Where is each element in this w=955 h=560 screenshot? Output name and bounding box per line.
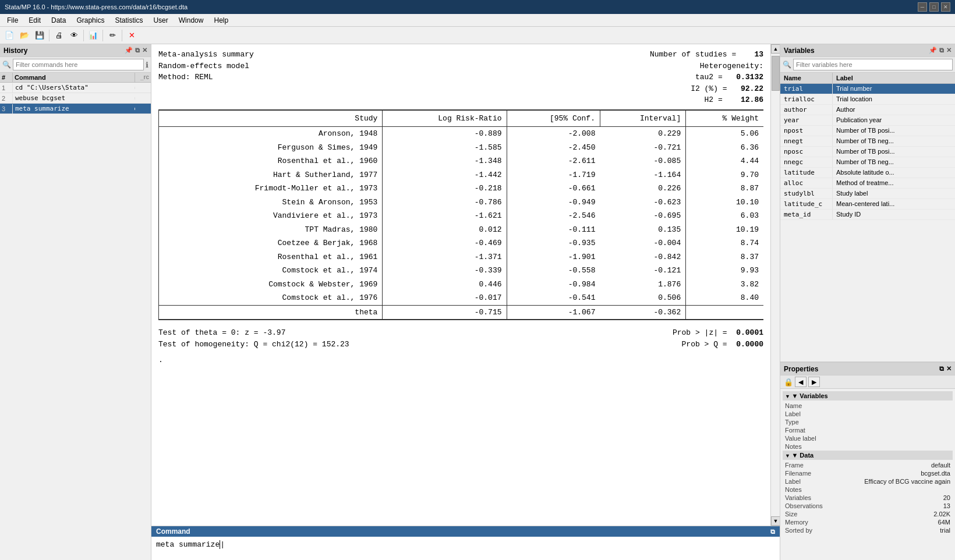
cell-lrr: -1.442	[383, 168, 507, 182]
command-dock-icon[interactable]: ⧉	[770, 528, 775, 536]
variable-row[interactable]: nnegt Number of TB neg...	[780, 136, 955, 147]
cell-lrr: -0.469	[383, 236, 507, 250]
var-label: Absolute latitude o...	[833, 168, 955, 178]
output-prompt: .	[158, 355, 763, 366]
menu-statistics[interactable]: Statistics	[110, 15, 147, 26]
history-row[interactable]: 3 meta summarize	[0, 104, 151, 114]
maximize-button[interactable]: □	[929, 2, 939, 12]
vars-dock-icon[interactable]: ⧉	[939, 47, 944, 54]
menu-help[interactable]: Help	[209, 15, 233, 26]
variable-row[interactable]: nposc Number of TB posi...	[780, 147, 955, 157]
toolbar-separator-2	[83, 30, 84, 41]
cell-ci-upper: 0.506	[600, 291, 685, 305]
variables-search-input[interactable]	[793, 59, 953, 70]
command-header: Command ⧉	[151, 526, 780, 537]
output-scrollbar[interactable]: ▲ ▼	[770, 44, 780, 526]
props-forward-button[interactable]: ▶	[808, 377, 820, 387]
props-variables-section-header[interactable]: ▼ Variables	[783, 391, 953, 400]
vars-pin-icon[interactable]: 📌	[929, 47, 937, 54]
variable-row[interactable]: latitude_c Mean-centered lati...	[780, 199, 955, 210]
table-row: Comstock et al., 1976 -0.017 -0.541 0.50…	[159, 291, 764, 305]
cell-study: Hart & Sutherland, 1977	[159, 168, 383, 182]
pin-icon[interactable]: 📌	[125, 47, 133, 54]
output-h2-line: H2 = 12.86	[158, 94, 763, 106]
scrollbar-thumb[interactable]	[772, 56, 780, 91]
table-row: Comstock & Webster, 1969 0.446 -0.984 1.…	[159, 278, 764, 292]
output-content[interactable]: Meta-analysis summary Number of studies …	[151, 44, 770, 526]
edit-button[interactable]: ✏	[105, 29, 119, 42]
cell-ci-upper: -0.695	[600, 209, 685, 223]
menu-data[interactable]: Data	[47, 15, 70, 26]
menu-graphics[interactable]: Graphics	[72, 15, 109, 26]
save-button[interactable]: 💾	[33, 29, 47, 42]
variable-row[interactable]: year Publication year	[780, 115, 955, 126]
variables-title: Variables	[784, 47, 815, 55]
variable-row[interactable]: studylbl Study label	[780, 189, 955, 199]
history-search-input[interactable]	[13, 59, 144, 70]
scroll-up-arrow[interactable]: ▲	[771, 44, 780, 54]
table-row: Aronson, 1948 -0.889 -2.008 0.229 5.06	[159, 127, 764, 141]
variable-row[interactable]: trialloc Trial location	[780, 94, 955, 105]
var-name: nposc	[780, 147, 833, 157]
cell-lrr: -0.889	[383, 127, 507, 141]
menu-file[interactable]: File	[2, 15, 23, 26]
props-field-value	[832, 443, 950, 450]
properties-header: Properties ⧉ ✕	[780, 363, 955, 375]
command-input-area[interactable]: meta summarize|	[151, 537, 780, 560]
menu-user[interactable]: User	[148, 15, 172, 26]
vars-col-label-header: Label	[833, 73, 955, 83]
props-data-section-header[interactable]: ▼ Data	[783, 451, 953, 460]
variable-row[interactable]: alloc Method of treatme...	[780, 178, 955, 189]
col-study-header: Study	[159, 110, 383, 127]
props-dock-icon[interactable]: ⧉	[939, 365, 944, 373]
variable-row[interactable]: trial Trial number	[780, 84, 955, 94]
info-icon[interactable]: ℹ	[146, 61, 148, 69]
props-back-button[interactable]: ◀	[795, 377, 807, 387]
print-button[interactable]: 🖨	[52, 29, 66, 42]
close-button[interactable]: ✕	[941, 2, 950, 12]
cell-study: Comstock et al., 1974	[159, 264, 383, 278]
open-button[interactable]: 📂	[17, 29, 31, 42]
cell-lrr: -0.786	[383, 196, 507, 210]
tau2: tau2 = 0.3132	[695, 72, 763, 83]
variable-row[interactable]: nnegc Number of TB neg...	[780, 157, 955, 168]
cell-study: Frimodt-Moller et al., 1973	[159, 182, 383, 196]
variables-search-bar: 🔍	[780, 57, 955, 73]
close-icon[interactable]: ✕	[142, 47, 147, 54]
view-button[interactable]: 👁	[67, 29, 81, 42]
props-field-label: Value label	[785, 435, 832, 442]
cell-study: Aronson, 1948	[159, 127, 383, 141]
scroll-down-arrow[interactable]: ▼	[771, 516, 780, 526]
break-button[interactable]: ✕	[125, 29, 139, 42]
minimize-button[interactable]: ─	[918, 2, 927, 12]
history-row[interactable]: 1 cd "C:\Users\Stata"	[0, 83, 151, 93]
var-name: year	[780, 115, 833, 125]
table-row: Rosenthal et al., 1960 -1.348 -2.611 -0.…	[159, 154, 764, 168]
new-button[interactable]: 📄	[2, 29, 16, 42]
props-close-icon[interactable]: ✕	[946, 365, 952, 373]
var-name: latitude_c	[780, 199, 833, 209]
menu-edit[interactable]: Edit	[24, 15, 45, 26]
props-variable-field: Name	[783, 402, 953, 410]
props-data-field: Framedefault	[783, 461, 953, 469]
col-ci-lower-header: [95% Conf.	[507, 110, 600, 127]
dock-icon[interactable]: ⧉	[135, 47, 140, 54]
vars-close-icon[interactable]: ✕	[946, 47, 952, 54]
variable-row[interactable]: npost Number of TB posi...	[780, 126, 955, 136]
toolbar-separator-1	[49, 30, 49, 41]
cell-theta-ci-lower: -1.067	[507, 305, 600, 320]
variable-row[interactable]: meta_id Study ID	[780, 210, 955, 220]
variable-row[interactable]: latitude Absolute latitude o...	[780, 168, 955, 178]
history-row-num: 2	[0, 94, 13, 103]
graph-button[interactable]: 📊	[86, 29, 100, 42]
menu-window[interactable]: Window	[174, 15, 208, 26]
cell-weight: 10.19	[686, 223, 763, 237]
cell-ci-lower: -0.541	[507, 291, 600, 305]
model-type: Random-effects model	[158, 61, 249, 72]
variable-row[interactable]: author Author	[780, 105, 955, 115]
props-data-field: Memory64M	[783, 518, 953, 526]
history-row[interactable]: 2 webuse bcgset	[0, 93, 151, 104]
cell-ci-upper: -0.842	[600, 250, 685, 264]
props-data-field: Observations13	[783, 502, 953, 510]
theta-row: theta -0.715 -1.067 -0.362	[159, 305, 764, 320]
